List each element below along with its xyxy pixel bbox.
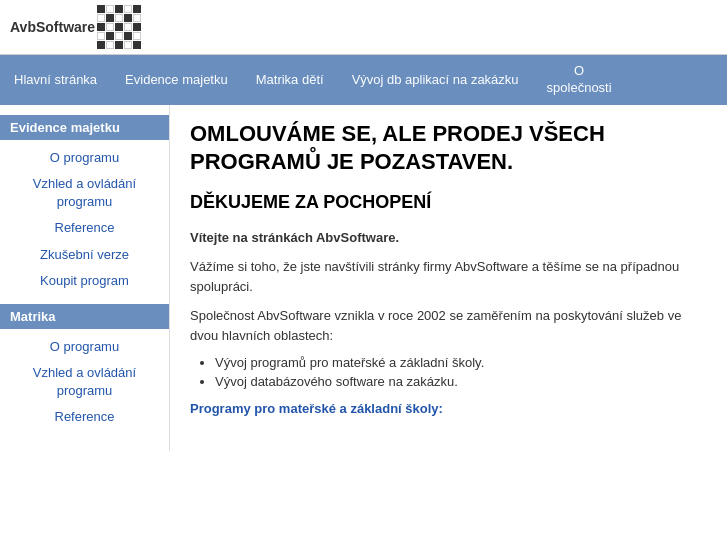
- main-heading2: DĚKUJEME ZA POCHOPENÍ: [190, 192, 707, 213]
- para2: Společnost AbvSoftware vznikla v roce 20…: [190, 306, 707, 345]
- nav-item-vyvoj[interactable]: Vývoj db aplikací na zakázku: [338, 64, 533, 95]
- sidebar-link-evidence-zkusebni[interactable]: Zkušební verze: [0, 242, 169, 268]
- sidebar-section-matrika: Matrika O programu Vzhled a ovládání pro…: [0, 304, 169, 431]
- para1: Vážíme si toho, že jste navštívili strán…: [190, 257, 707, 296]
- sidebar: Evidence majetku O programu Vzhled a ovl…: [0, 105, 170, 451]
- logo-text: AvbSoftware: [10, 19, 95, 35]
- main-content: OMLOUVÁME SE, ALE PRODEJ VŠECH PROGRAMŮ …: [170, 105, 727, 451]
- main-nav: Hlavní stránka Evidence majetku Matrika …: [0, 55, 727, 105]
- sidebar-link-matrika-reference[interactable]: Reference: [0, 404, 169, 430]
- nav-item-evidence[interactable]: Evidence majetku: [111, 64, 242, 95]
- sidebar-heading-matrika: Matrika: [0, 304, 169, 329]
- logo-icon: [97, 5, 141, 49]
- sidebar-section-evidence: Evidence majetku O programu Vzhled a ovl…: [0, 115, 169, 294]
- welcome-text: Vítejte na stránkách AbvSoftware.: [190, 230, 399, 245]
- list-item: Vývoj databázového software na zakázku.: [215, 374, 707, 389]
- sidebar-heading-evidence: Evidence majetku: [0, 115, 169, 140]
- nav-item-o-spolecnosti[interactable]: Ospolečnosti: [533, 55, 626, 105]
- sidebar-link-matrika-vzhled[interactable]: Vzhled a ovládání programu: [0, 360, 169, 404]
- nav-item-matrika[interactable]: Matrika dětí: [242, 64, 338, 95]
- main-heading1: OMLOUVÁME SE, ALE PRODEJ VŠECH PROGRAMŮ …: [190, 120, 707, 177]
- header: AvbSoftware: [0, 0, 727, 55]
- nav-item-home[interactable]: Hlavní stránka: [0, 64, 111, 95]
- content-wrapper: Evidence majetku O programu Vzhled a ovl…: [0, 105, 727, 451]
- bullet-list: Vývoj programů pro mateřské a základní š…: [215, 355, 707, 389]
- sidebar-link-matrika-o-programu[interactable]: O programu: [0, 334, 169, 360]
- sidebar-link-evidence-koupit[interactable]: Koupit program: [0, 268, 169, 294]
- list-item: Vývoj programů pro mateřské a základní š…: [215, 355, 707, 370]
- sidebar-link-evidence-o-programu[interactable]: O programu: [0, 145, 169, 171]
- section-subtitle: Programy pro mateřské a základní školy:: [190, 399, 707, 419]
- sidebar-link-evidence-vzhled[interactable]: Vzhled a ovládání programu: [0, 171, 169, 215]
- sidebar-link-evidence-reference[interactable]: Reference: [0, 215, 169, 241]
